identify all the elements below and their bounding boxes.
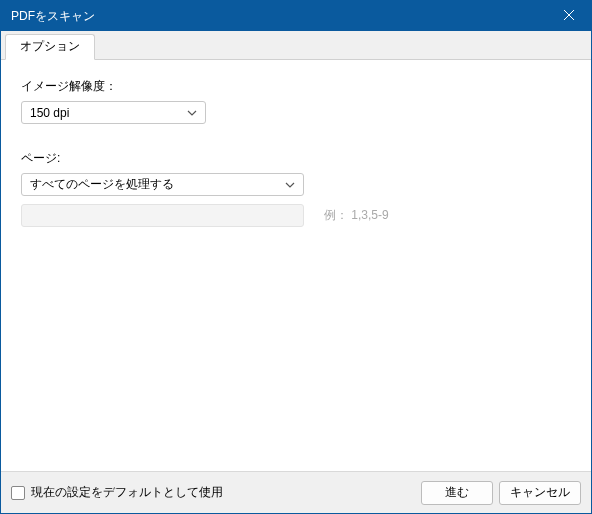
checkbox-box	[11, 486, 25, 500]
footer: 現在の設定をデフォルトとして使用 進む キャンセル	[1, 471, 591, 513]
tab-bar: オプション	[1, 31, 591, 60]
window-title: PDFをスキャン	[11, 8, 546, 25]
tab-options[interactable]: オプション	[5, 34, 95, 60]
close-icon	[564, 9, 574, 23]
page-range-row: 例： 1,3,5-9	[21, 204, 571, 227]
pages-select[interactable]: すべてのページを処理する	[21, 173, 304, 196]
resolution-select[interactable]: 150 dpi	[21, 101, 206, 124]
close-button[interactable]	[546, 1, 591, 31]
pages-value: すべてのページを処理する	[30, 176, 279, 193]
cancel-button[interactable]: キャンセル	[499, 481, 581, 505]
content-area: イメージ解像度： 150 dpi ページ: すべてのページを処理する 例： 1,…	[1, 60, 591, 471]
resolution-label: イメージ解像度：	[21, 78, 571, 95]
page-range-input	[21, 204, 304, 227]
save-default-checkbox[interactable]: 現在の設定をデフォルトとして使用	[11, 484, 223, 501]
chevron-down-icon	[187, 110, 197, 116]
pages-label: ページ:	[21, 150, 571, 167]
resolution-value: 150 dpi	[30, 106, 181, 120]
chevron-down-icon	[285, 182, 295, 188]
proceed-label: 進む	[445, 484, 469, 501]
titlebar: PDFをスキャン	[1, 1, 591, 31]
dialog-window: PDFをスキャン オプション イメージ解像度： 150 dpi ページ: すべて…	[0, 0, 592, 514]
proceed-button[interactable]: 進む	[421, 481, 493, 505]
save-default-label: 現在の設定をデフォルトとして使用	[31, 484, 223, 501]
cancel-label: キャンセル	[510, 484, 570, 501]
tab-options-label: オプション	[20, 39, 80, 53]
page-range-example: 例： 1,3,5-9	[324, 207, 389, 224]
